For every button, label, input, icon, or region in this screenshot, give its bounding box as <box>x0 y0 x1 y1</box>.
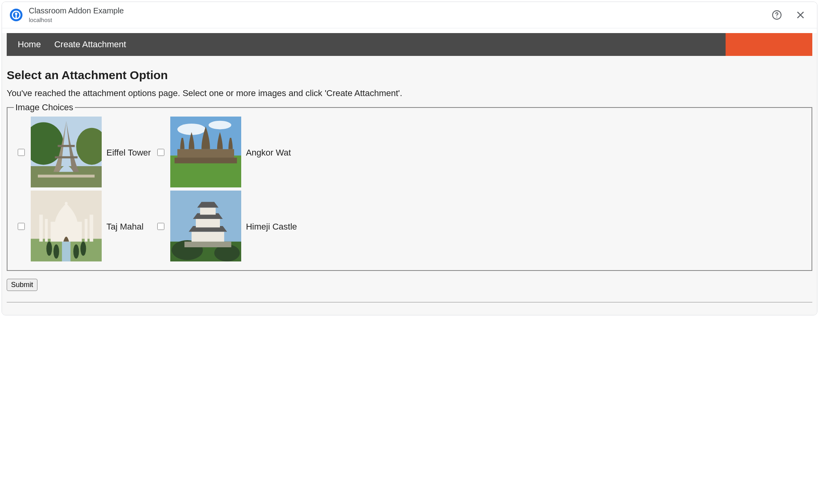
table-row: Eiffel Tower <box>14 116 300 190</box>
dialog-content: Home Create Attachment Select an Attachm… <box>2 33 817 315</box>
svg-point-6 <box>776 17 777 17</box>
svg-rect-13 <box>58 145 74 147</box>
svg-point-34 <box>73 245 79 259</box>
nav-left: Home Create Attachment <box>7 33 137 56</box>
choice-checkbox-angkor-wat[interactable] <box>157 149 164 156</box>
page-instruction: You've reached the attachment options pa… <box>7 88 812 98</box>
page-title: Select an Attachment Option <box>7 69 812 82</box>
svg-rect-27 <box>39 215 43 241</box>
svg-rect-4 <box>16 15 17 18</box>
nav-create-attachment[interactable]: Create Attachment <box>54 33 126 56</box>
addon-dialog: Classroom Addon Example localhost <box>2 2 817 315</box>
svg-rect-30 <box>85 219 87 242</box>
dialog-title: Classroom Addon Example <box>29 6 764 16</box>
choice-checkbox-himeji-castle[interactable] <box>157 223 164 230</box>
image-choices-legend: Image Choices <box>14 102 75 113</box>
svg-rect-14 <box>55 156 78 158</box>
svg-rect-24 <box>62 239 71 261</box>
svg-point-33 <box>54 245 59 259</box>
svg-rect-45 <box>184 241 231 247</box>
choice-thumbnail-angkor-wat <box>170 117 241 187</box>
title-block: Classroom Addon Example localhost <box>29 6 764 24</box>
image-choices-table: Eiffel Tower <box>14 116 300 264</box>
nav-spacer <box>137 33 726 56</box>
choice-thumbnail-taj-mahal <box>31 191 102 261</box>
svg-rect-21 <box>175 158 237 163</box>
svg-point-26 <box>65 202 67 205</box>
table-row: Taj Mahal <box>14 190 300 264</box>
close-icon[interactable] <box>793 8 808 22</box>
choice-thumbnail-eiffel-tower <box>31 117 102 187</box>
choice-thumbnail-himeji-castle <box>170 191 241 261</box>
image-choices-fieldset: Image Choices <box>7 102 812 271</box>
help-icon[interactable] <box>770 8 784 22</box>
dialog-subtitle: localhost <box>29 17 764 24</box>
separator <box>7 302 812 302</box>
svg-point-31 <box>47 241 52 256</box>
svg-point-32 <box>80 241 86 256</box>
choice-label-eiffel-tower: Eiffel Tower <box>104 116 153 190</box>
svg-rect-28 <box>89 215 93 241</box>
nav-home[interactable]: Home <box>18 33 41 56</box>
choice-checkbox-eiffel-tower[interactable] <box>18 149 25 156</box>
svg-rect-29 <box>45 219 48 242</box>
svg-rect-15 <box>38 174 95 177</box>
dialog-titlebar: Classroom Addon Example localhost <box>2 2 817 28</box>
page-body: Select an Attachment Option You've reach… <box>2 56 817 315</box>
svg-point-18 <box>208 121 231 130</box>
svg-rect-43 <box>200 208 216 215</box>
title-actions <box>770 8 808 22</box>
navbar: Home Create Attachment <box>7 33 812 56</box>
choice-label-taj-mahal: Taj Mahal <box>104 190 153 264</box>
nav-accent <box>726 33 812 56</box>
choice-label-angkor-wat: Angkor Wat <box>244 116 300 190</box>
submit-button[interactable]: Submit <box>7 279 37 291</box>
addon-app-icon <box>9 8 23 22</box>
choice-checkbox-taj-mahal[interactable] <box>18 223 25 230</box>
choice-label-himeji-castle: Himeji Castle <box>244 190 300 264</box>
svg-rect-41 <box>196 219 220 228</box>
